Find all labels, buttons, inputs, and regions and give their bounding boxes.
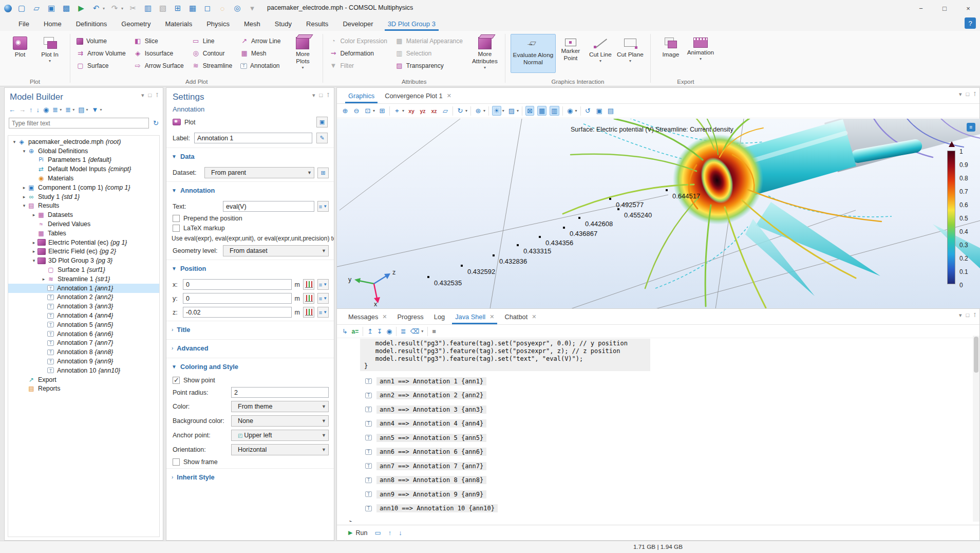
tree-item-3d-plot-group-3[interactable]: ▾3D Plot Group 3{pg 3} <box>8 256 159 265</box>
run-icon[interactable]: ▶ <box>76 4 86 13</box>
section-position[interactable]: ▼ Position <box>166 260 334 276</box>
chevron-down-icon[interactable]: ▾ <box>100 107 102 112</box>
section-title[interactable]: › Title <box>166 321 334 337</box>
menu-physics[interactable]: Physics <box>199 16 237 31</box>
range-button[interactable] <box>303 279 314 290</box>
find-icon[interactable]: ◎ <box>232 4 242 13</box>
minimize-button[interactable]: − <box>909 0 933 16</box>
collapse-chevron-icon[interactable]: ▸ <box>41 276 47 282</box>
panel-menu-icon[interactable]: ▾ <box>959 312 962 319</box>
cut-line-button[interactable]: Cut Line▾ <box>586 34 615 73</box>
forward-icon[interactable]: → <box>19 106 26 114</box>
anchor-point-dropdown[interactable]: ◰ Upper left▼ <box>231 430 329 441</box>
section-advanced[interactable]: › Advanced <box>166 339 334 356</box>
tree-item-pacemaker-electrode-mph[interactable]: ▾◈pacemaker_electrode.mph(root) <box>8 137 159 146</box>
show-grid-icon[interactable]: ▦ <box>537 106 546 116</box>
range-button[interactable] <box>303 307 314 318</box>
rename-button[interactable]: ✎ <box>316 133 328 143</box>
menu-3d-plot-group-3[interactable]: 3D Plot Group 3 <box>381 16 443 31</box>
float-icon[interactable]: □ <box>966 312 970 319</box>
zoom-extents-icon[interactable]: ⊞ <box>378 106 386 115</box>
delete-icon[interactable]: ▦ <box>187 4 198 13</box>
scroll-down-icon[interactable]: ↓ <box>399 529 402 537</box>
menu-mesh[interactable]: Mesh <box>237 16 268 31</box>
clear-selection-icon[interactable]: ◌ <box>217 4 228 13</box>
position-x-input[interactable] <box>183 279 292 290</box>
surface-button[interactable]: ▢Surface <box>76 60 131 72</box>
view-xz-icon[interactable]: xz <box>430 107 438 115</box>
plot-in-new-window-button[interactable]: ▣ <box>316 117 328 127</box>
orthographic-projection-icon[interactable]: ▱ <box>441 106 449 115</box>
expression-unit-button[interactable]: ≡▼ <box>317 279 329 290</box>
expand-chevron-icon[interactable]: ▾ <box>11 139 17 144</box>
scroll-to-top-icon[interactable]: ↥ <box>367 327 372 335</box>
tree-item-parameters-1[interactable]: PiParameters 1{default} <box>8 156 159 165</box>
marker-point-button[interactable]: Marker Point <box>556 34 586 73</box>
panel-menu-icon[interactable]: ▾ <box>141 92 144 99</box>
redo-dropdown-icon[interactable]: ▾ <box>121 6 123 11</box>
plot-in-button[interactable]: Plot In▾ <box>35 34 65 73</box>
undo-dropdown-icon[interactable]: ▾ <box>103 6 105 11</box>
comment-icon[interactable]: ▭ <box>374 529 381 537</box>
tree-item-annotation-7[interactable]: TAnnotation 7{ann7} <box>8 339 159 348</box>
insert-model-expression-icon[interactable]: ↳ <box>342 327 347 335</box>
transparency-dropdown-icon[interactable]: ▾ <box>517 108 519 113</box>
collapse-chevron-icon[interactable]: ▸ <box>21 185 27 190</box>
tree-item-annotation-1[interactable]: TAnnotation 1{ann1} <box>8 284 159 293</box>
save-as-icon[interactable]: ▩ <box>61 4 71 13</box>
tree-item-derived-values[interactable]: ≈Derived Values <box>8 219 159 229</box>
dock-icon[interactable]: ⊺ <box>973 312 976 319</box>
isosurface-button[interactable]: ◈Isosurface <box>133 47 189 60</box>
close-button[interactable]: × <box>956 0 980 16</box>
rotate-dropdown-icon[interactable]: ▾ <box>465 108 467 113</box>
image-button[interactable]: Image <box>656 34 686 73</box>
rotate-icon[interactable]: ↻ <box>456 106 464 115</box>
zoom-out-icon[interactable]: ⊖ <box>352 106 361 115</box>
go-to-default-view-icon[interactable]: ⌖ <box>393 106 401 116</box>
print-icon[interactable]: ▤ <box>607 106 615 115</box>
shell-prompt[interactable]: > <box>349 519 972 522</box>
expand-all-icon[interactable]: ≣ <box>65 106 71 114</box>
tab-log[interactable]: Log <box>429 309 450 324</box>
plot-button[interactable]: Plot <box>184 119 196 126</box>
zoom-in-icon[interactable]: ⊕ <box>341 106 349 115</box>
clear-shell-dropdown-icon[interactable]: ▾ <box>421 329 423 334</box>
environment-reflections-dropdown-icon[interactable]: ▾ <box>483 108 485 113</box>
duplicate-icon[interactable]: ⊞ <box>173 4 183 13</box>
menu-definitions[interactable]: Definitions <box>69 16 115 31</box>
dock-icon[interactable]: ⊺ <box>973 91 976 98</box>
show-point-checkbox[interactable] <box>173 377 180 384</box>
new-file-icon[interactable]: ▢ <box>16 4 27 13</box>
menu-home[interactable]: Home <box>36 16 69 31</box>
tree-item-annotation-2[interactable]: TAnnotation 2{ann2} <box>8 293 159 302</box>
redo-icon[interactable]: ↷ <box>109 4 120 13</box>
collapse-chevron-icon[interactable]: ▸ <box>31 240 37 245</box>
scene-light-icon[interactable]: ☀ <box>492 106 501 116</box>
close-icon[interactable]: ✕ <box>382 314 387 320</box>
stop-icon[interactable]: ■ <box>432 328 436 335</box>
tree-item-component-1-comp-1[interactable]: ▸▣Component 1 (comp 1){comp 1} <box>8 183 159 192</box>
environment-reflections-icon[interactable]: ⊛ <box>474 106 482 115</box>
zoom-box-dropdown-icon[interactable]: ▾ <box>373 108 375 113</box>
close-icon[interactable]: ✕ <box>489 314 494 320</box>
tree-item-electric-potential-ec[interactable]: ▸Electric Potential (ec){pg 1} <box>8 238 159 247</box>
toolbar-options-icon[interactable]: ▾ <box>247 4 257 13</box>
menu-results[interactable]: Results <box>299 16 335 31</box>
menu-study[interactable]: Study <box>268 16 299 31</box>
tree-item-reports[interactable]: ▤Reports <box>8 384 159 394</box>
show-all-output-icon[interactable]: ≣ <box>401 327 406 335</box>
cut-plane-button[interactable]: Cut Plane▾ <box>615 34 645 73</box>
contour-button[interactable]: ◎Contour <box>191 47 237 60</box>
tree-item-results[interactable]: ▾▤Results <box>8 201 159 211</box>
annotation-text-input[interactable] <box>223 201 314 212</box>
menu-file[interactable]: File <box>11 16 36 31</box>
save-icon[interactable]: ▣ <box>46 4 56 13</box>
point-radius-input[interactable] <box>231 387 329 398</box>
range-button[interactable] <box>303 293 314 304</box>
tree-item-tables[interactable]: ▦Tables <box>8 229 159 238</box>
expand-chevron-icon[interactable]: ▾ <box>21 203 27 208</box>
animation-button[interactable]: Animation▾ <box>686 34 715 73</box>
tab-java-shell[interactable]: Java Shell✕ <box>450 309 499 324</box>
color-dropdown[interactable]: From theme▼ <box>231 401 329 412</box>
console-scrollbar[interactable] <box>973 336 979 522</box>
